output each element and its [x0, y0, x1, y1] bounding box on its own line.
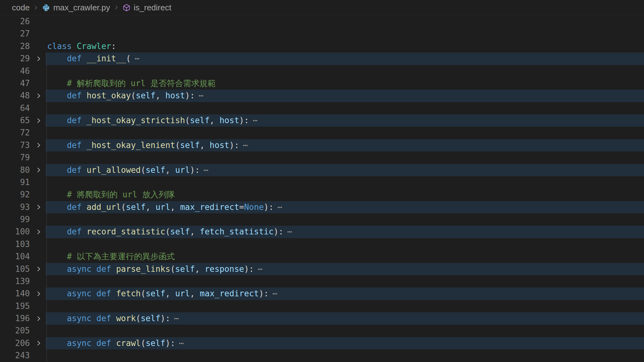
code-text[interactable]: def _host_okay_lenient(self, host):⋯	[47, 139, 644, 151]
code-text[interactable]: def host_okay(self, host):⋯	[47, 90, 644, 102]
fold-chevron-icon[interactable]	[30, 90, 47, 102]
fold-chevron-icon[interactable]	[30, 139, 47, 151]
code-text[interactable]	[47, 102, 644, 114]
code-line: 139	[0, 275, 644, 288]
line-number: 195	[0, 300, 30, 312]
fold-chevron-icon[interactable]	[30, 288, 47, 300]
line-number: 27	[0, 28, 30, 40]
folded-code-ellipsis[interactable]: ⋯	[179, 338, 184, 348]
code-text[interactable]: class Crawler:	[47, 40, 644, 52]
fold-chevron-icon[interactable]	[30, 52, 47, 65]
breadcrumb: code max_crawler.py is_redirect	[0, 0, 644, 15]
folded-code-ellipsis[interactable]: ⋯	[174, 314, 179, 323]
fold-gutter	[30, 40, 47, 52]
fold-gutter	[30, 28, 47, 40]
line-number: 139	[0, 275, 30, 288]
line-number: 105	[0, 263, 30, 275]
code-line: 28class Crawler:	[0, 40, 644, 52]
code-line: 140 async def fetch(self, url, max_redir…	[0, 288, 644, 300]
code-text[interactable]: def url_allowed(self, url):⋯	[47, 164, 644, 176]
code-line: 47 # 解析爬取到的 url 是否符合需求規範	[0, 77, 644, 90]
fold-chevron-icon[interactable]	[30, 312, 47, 325]
code-text[interactable]: def record_statistic(self, fetch_statist…	[47, 226, 644, 238]
code-text[interactable]: def __init__(⋯	[47, 52, 644, 65]
folded-code-ellipsis[interactable]: ⋯	[199, 91, 204, 100]
breadcrumb-item-file[interactable]: max_crawler.py	[42, 3, 110, 13]
code-text[interactable]	[47, 238, 644, 250]
code-text[interactable]: async def crawl(self):⋯	[47, 337, 644, 349]
breadcrumb-item-folder[interactable]: code	[12, 3, 30, 13]
code-line: 29 def __init__(⋯	[0, 52, 644, 65]
code-text[interactable]: # 將爬取到的 url 放入列隊	[47, 189, 644, 201]
code-text[interactable]: # 解析爬取到的 url 是否符合需求規範	[47, 77, 644, 90]
fold-gutter	[30, 250, 47, 263]
folded-code-ellipsis[interactable]: ⋯	[277, 202, 282, 212]
cube-outline-icon	[123, 4, 130, 12]
line-number: 243	[0, 349, 30, 362]
fold-chevron-icon[interactable]	[30, 201, 47, 213]
code-line: 99	[0, 213, 644, 226]
line-number: 91	[0, 176, 30, 189]
code-line: 195	[0, 300, 644, 312]
code-line: 46	[0, 65, 644, 77]
code-text[interactable]	[47, 28, 644, 40]
folded-code-ellipsis[interactable]: ⋯	[203, 165, 208, 175]
line-number: 80	[0, 164, 30, 176]
code-text[interactable]	[47, 300, 644, 312]
code-line: 79	[0, 151, 644, 164]
folded-code-ellipsis[interactable]: ⋯	[135, 54, 140, 63]
fold-chevron-icon[interactable]	[30, 337, 47, 349]
code-text[interactable]	[47, 127, 644, 139]
code-line: 80 def url_allowed(self, url):⋯	[0, 164, 644, 176]
line-number: 47	[0, 77, 30, 90]
code-line: 100 def record_statistic(self, fetch_sta…	[0, 226, 644, 238]
code-text[interactable]	[47, 65, 644, 77]
line-number: 26	[0, 15, 30, 28]
fold-chevron-icon[interactable]	[30, 263, 47, 275]
code-text[interactable]: async def work(self):⋯	[47, 312, 644, 325]
fold-gutter	[30, 238, 47, 250]
fold-gutter	[30, 151, 47, 164]
breadcrumb-item-symbol[interactable]: is_redirect	[123, 3, 171, 13]
fold-gutter	[30, 65, 47, 77]
fold-chevron-icon[interactable]	[30, 114, 47, 127]
line-number: 196	[0, 312, 30, 325]
line-number: 140	[0, 288, 30, 300]
code-text[interactable]	[47, 213, 644, 226]
editor-pane: 262728class Crawler:29 def __init__(⋯464…	[0, 15, 644, 362]
folded-code-ellipsis[interactable]: ⋯	[273, 289, 278, 298]
code-text[interactable]: def _host_okay_strictish(self, host):⋯	[47, 114, 644, 127]
code-text[interactable]: async def parse_links(self, response):⋯	[47, 263, 644, 275]
folded-code-ellipsis[interactable]: ⋯	[243, 140, 248, 150]
fold-chevron-icon[interactable]	[30, 164, 47, 176]
code-text[interactable]	[47, 151, 644, 164]
fold-gutter	[30, 77, 47, 90]
code-line: 206 async def crawl(self):⋯	[0, 337, 644, 349]
fold-gutter	[30, 213, 47, 226]
code-text[interactable]: def add_url(self, url, max_redirect=None…	[47, 201, 644, 213]
folded-code-ellipsis[interactable]: ⋯	[258, 264, 263, 274]
line-number: 65	[0, 114, 30, 127]
fold-chevron-icon[interactable]	[30, 226, 47, 238]
breadcrumb-symbol-label: is_redirect	[134, 3, 171, 13]
fold-gutter	[30, 102, 47, 114]
breadcrumb-file-label: max_crawler.py	[53, 3, 110, 13]
code-line: 243	[0, 349, 644, 362]
fold-gutter	[30, 349, 47, 362]
folded-code-ellipsis[interactable]: ⋯	[253, 116, 258, 125]
code-text[interactable]	[47, 176, 644, 189]
fold-gutter	[30, 127, 47, 139]
code-text[interactable]: async def fetch(self, url, max_redirect)…	[47, 288, 644, 300]
code-text[interactable]	[47, 349, 644, 362]
fold-gutter	[30, 325, 47, 337]
line-number: 28	[0, 40, 30, 52]
line-number: 29	[0, 52, 30, 65]
line-number: 100	[0, 226, 30, 238]
folded-code-ellipsis[interactable]: ⋯	[287, 227, 292, 236]
code-text[interactable]	[47, 275, 644, 288]
code-text[interactable]: # 以下為主要運行的異步函式	[47, 250, 644, 263]
code-text[interactable]	[47, 325, 644, 337]
line-number: 93	[0, 201, 30, 213]
code-line: 103	[0, 238, 644, 250]
code-text[interactable]	[47, 15, 644, 28]
